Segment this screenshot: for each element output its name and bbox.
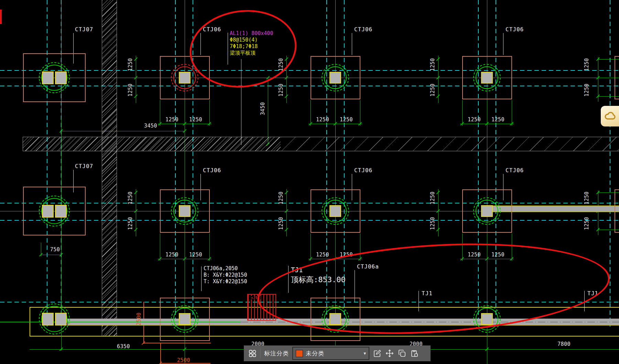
extension-line <box>160 343 161 364</box>
dimension-text[interactable]: 2500 <box>136 312 142 326</box>
wall-band-hatched[interactable] <box>281 137 619 151</box>
copy-annotation-button[interactable] <box>398 349 406 358</box>
dimension-text[interactable]: 7800 <box>557 341 571 347</box>
dimension-text[interactable]: 1250 <box>316 252 329 258</box>
extension-line <box>335 100 336 126</box>
footing-outline[interactable] <box>615 189 619 233</box>
column-square[interactable] <box>481 72 493 84</box>
selected-category: 未分类 <box>306 350 361 357</box>
markup-ellipse[interactable] <box>255 234 612 343</box>
dimension-text[interactable]: 1250 <box>278 191 284 205</box>
dimension-text[interactable]: 3450 <box>260 102 266 115</box>
footing-label[interactable]: CTJ06 <box>506 167 524 174</box>
dimension-text[interactable]: 1250 <box>127 84 133 97</box>
dimension-text[interactable]: 1250 <box>278 84 284 97</box>
column-square[interactable] <box>179 205 191 217</box>
slab-annotation-line: B: X&Y:Φ22@150 <box>204 272 247 278</box>
dimension-text[interactable]: 1250 <box>584 191 590 205</box>
axis-grid-line <box>47 0 47 327</box>
footing-label[interactable]: CTJ06 <box>203 167 221 174</box>
footing-label[interactable]: CTJ07 <box>75 163 93 169</box>
column-square[interactable] <box>42 205 54 218</box>
dimension-text[interactable]: 1250 <box>189 252 202 258</box>
column-square[interactable] <box>42 71 54 84</box>
column-square[interactable] <box>329 72 341 84</box>
dimension-text[interactable]: 1250 <box>165 252 178 258</box>
extension-line <box>160 100 160 126</box>
footing-label[interactable]: CTJ06 <box>506 26 524 33</box>
move-annotation-button[interactable] <box>385 349 394 358</box>
dimension-text[interactable]: 1250 <box>430 58 436 71</box>
axis-grid-line <box>610 0 610 327</box>
cad-drawing-canvas[interactable]: 标注分类 未分类 ▼ <box>0 0 619 364</box>
extension-line <box>41 243 41 256</box>
leader-line <box>352 33 352 55</box>
cloud-sync-button[interactable] <box>601 106 619 126</box>
footing-label[interactable]: CTJ06 <box>354 167 372 174</box>
extension-line <box>487 327 487 364</box>
extension-line <box>160 233 160 261</box>
footing-label[interactable]: CTJ06 <box>354 26 372 33</box>
slab-annotation[interactable]: CTJ06a,2050B: X&Y:Φ22@150T: X&Y:Φ22@150 <box>204 265 247 285</box>
dimension-text[interactable]: 1250 <box>340 117 353 123</box>
dimension-text[interactable]: 1250 <box>491 117 504 123</box>
dimension-text[interactable]: 1250 <box>278 217 284 230</box>
dimension-line <box>438 189 438 236</box>
dimension-text[interactable]: 6350 <box>117 343 130 350</box>
column-square[interactable] <box>55 71 67 84</box>
category-grid-icon[interactable] <box>248 349 257 358</box>
category-dropdown[interactable]: 未分类 ▼ <box>292 347 369 360</box>
edit-annotation-button[interactable] <box>373 349 382 358</box>
category-color-swatch <box>296 350 303 357</box>
dimension-text[interactable]: 750 <box>50 246 60 253</box>
chevron-down-icon: ▼ <box>363 351 366 356</box>
footing-label[interactable]: CTJ07 <box>75 26 93 33</box>
dimension-line <box>136 56 136 103</box>
slab-annotation-line: CTJ06a,2050 <box>204 265 247 272</box>
dimension-text[interactable]: 1250 <box>165 117 178 123</box>
column-square[interactable] <box>179 72 191 84</box>
dimension-text[interactable]: 1250 <box>430 191 436 205</box>
dimension-line <box>286 189 287 236</box>
dimension-text[interactable]: 2500 <box>177 357 190 363</box>
dimension-text[interactable]: 1250 <box>127 58 133 71</box>
dimension-text[interactable]: 1250 <box>127 217 133 230</box>
annotation-toolbar: 标注分类 未分类 ▼ <box>244 345 431 361</box>
paste-annotation-button[interactable] <box>410 349 419 358</box>
column-square[interactable] <box>55 313 67 326</box>
markup-stroke <box>0 10 2 24</box>
extension-line <box>512 100 512 126</box>
dimension-text[interactable]: 3450 <box>144 123 157 129</box>
dimension-line <box>268 78 268 144</box>
wall-section-hatched[interactable] <box>102 0 117 336</box>
extension-line <box>209 233 210 261</box>
extension-line <box>209 100 210 126</box>
dimension-text[interactable]: 1250 <box>189 117 202 123</box>
column-square[interactable] <box>179 313 191 325</box>
column-square[interactable] <box>42 313 54 326</box>
column-square[interactable] <box>55 205 67 218</box>
dimension-text[interactable]: 1250 <box>468 117 481 123</box>
dimension-line <box>136 189 136 236</box>
dimension-line <box>598 190 598 235</box>
column-square[interactable] <box>481 205 493 217</box>
extension-line <box>462 100 463 126</box>
axis-grid-line <box>0 203 619 203</box>
dimension-text[interactable]: 1250 <box>127 191 133 205</box>
extension-line <box>311 100 311 126</box>
slab-annotation-line: T: X&Y:Φ22@150 <box>204 278 247 285</box>
footing-outline[interactable] <box>615 56 619 99</box>
dimension-text[interactable]: 1250 <box>584 217 590 230</box>
leader-line <box>503 33 503 55</box>
dimension-text[interactable]: 1250 <box>430 217 436 230</box>
axis-grid-line <box>0 86 619 86</box>
column-square[interactable] <box>329 205 341 217</box>
dimension-text[interactable]: 1250 <box>584 84 590 97</box>
dimension-text[interactable]: 1250 <box>316 117 329 123</box>
dimension-text[interactable]: 1250 <box>584 58 590 71</box>
grid-center-line <box>0 78 619 78</box>
wall-band-hatched[interactable] <box>23 137 281 151</box>
cloud-icon <box>604 111 616 121</box>
dimension-line <box>143 343 211 343</box>
dimension-text[interactable]: 1250 <box>430 84 436 97</box>
